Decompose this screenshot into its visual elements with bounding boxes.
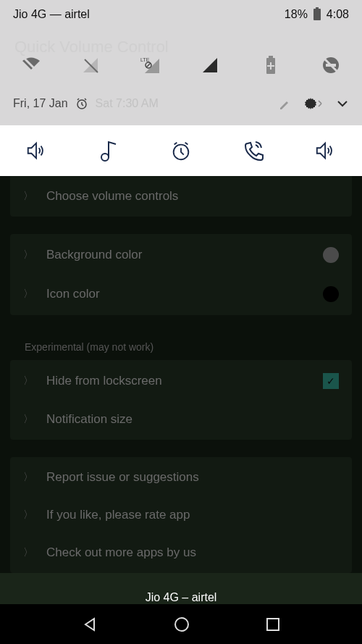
- clock-time: 4:08: [327, 8, 349, 21]
- volume-tab-bar: [0, 125, 362, 176]
- svg-point-12: [101, 154, 109, 161]
- signal-off-icon[interactable]: [80, 54, 102, 76]
- chevron-right-icon: 〉: [23, 509, 33, 522]
- chevron-right-icon: 〉: [23, 190, 33, 203]
- battery-icon: [313, 9, 321, 20]
- choose-volume-label: Choose volume controls: [46, 189, 339, 204]
- carrier-text: Jio 4G — airtel: [13, 8, 90, 21]
- svg-rect-15: [267, 619, 279, 630]
- nav-recent-icon[interactable]: [266, 617, 280, 632]
- signal-full-icon[interactable]: [200, 54, 222, 76]
- bg-color-swatch: [323, 247, 339, 263]
- navigation-bar: [0, 604, 362, 644]
- qs-title-ghost: Quick Volume Control: [14, 38, 169, 57]
- chevron-right-icon: 〉: [23, 288, 33, 301]
- more-apps-row[interactable]: 〉 Check out more apps by us: [10, 534, 352, 572]
- notification-size-label: Notification size: [46, 412, 339, 427]
- bg-color-row[interactable]: 〉 Background color: [10, 235, 352, 275]
- qs-date-row: Fri, 17 Jan Sat 7:30 AM: [13, 91, 349, 111]
- svg-text:LTE: LTE: [140, 57, 150, 62]
- dnd-off-icon[interactable]: [320, 54, 342, 76]
- icon-color-swatch: [323, 286, 339, 302]
- hide-lockscreen-label: Hide from lockscreen: [46, 374, 323, 388]
- expand-icon[interactable]: [336, 99, 349, 108]
- alarm-volume-tab[interactable]: [170, 140, 192, 162]
- nav-back-icon[interactable]: [82, 616, 98, 632]
- icon-color-label: Icon color: [46, 287, 323, 301]
- nav-home-icon[interactable]: [174, 616, 190, 632]
- system-volume-tab[interactable]: [25, 140, 47, 162]
- choose-volume-row[interactable]: 〉 Choose volume controls: [10, 177, 352, 215]
- battery-percent: 18%: [285, 8, 308, 21]
- alarm-icon[interactable]: [75, 97, 88, 110]
- qs-date[interactable]: Fri, 17 Jan: [13, 97, 68, 110]
- status-right: 18% 4:08: [285, 8, 349, 21]
- svg-line-4: [146, 63, 151, 67]
- quick-settings-panel: Quick Volume Control LTE Fri, 17 Jan Sat…: [0, 29, 362, 125]
- status-bar: Jio 4G — airtel 18% 4:08: [0, 0, 362, 29]
- report-issue-label: Report issue or suggestions: [46, 470, 339, 485]
- chevron-right-icon: 〉: [23, 375, 33, 388]
- edit-icon[interactable]: [278, 97, 291, 110]
- experimental-label: Experimental (may not work): [0, 333, 362, 356]
- svg-rect-6: [269, 56, 273, 58]
- battery-saver-icon[interactable]: [260, 54, 282, 76]
- bg-color-label: Background color: [46, 248, 323, 262]
- rate-app-row[interactable]: 〉 If you like, please rate app: [10, 496, 352, 534]
- lte-signal-icon[interactable]: LTE: [140, 54, 162, 76]
- notification-size-row[interactable]: 〉 Notification size: [10, 401, 352, 438]
- settings-content: 〉 Choose volume controls 〉 Background co…: [0, 176, 362, 573]
- wifi-off-icon[interactable]: [20, 54, 42, 76]
- icon-color-row[interactable]: 〉 Icon color: [10, 275, 352, 314]
- report-issue-row[interactable]: 〉 Report issue or suggestions: [10, 459, 352, 496]
- svg-point-14: [175, 618, 188, 631]
- chevron-right-icon: 〉: [23, 248, 33, 262]
- music-volume-tab[interactable]: [98, 140, 119, 162]
- toast-message: Jio 4G – airtel: [146, 591, 217, 604]
- more-apps-label: Check out more apps by us: [46, 545, 339, 560]
- rate-app-label: If you like, please rate app: [46, 508, 339, 522]
- hide-lockscreen-checkbox[interactable]: ✓: [323, 373, 339, 389]
- hide-lockscreen-row[interactable]: 〉 Hide from lockscreen ✓: [10, 361, 352, 401]
- chevron-right-icon: 〉: [23, 471, 33, 484]
- qs-alarm-ghost: Sat 7:30 AM: [96, 97, 159, 110]
- chevron-right-icon: 〉: [23, 413, 33, 426]
- call-volume-tab[interactable]: [243, 140, 264, 162]
- chevron-right-icon: 〉: [23, 546, 33, 559]
- settings-icon[interactable]: [304, 96, 323, 111]
- speaker-volume-tab[interactable]: [315, 140, 337, 162]
